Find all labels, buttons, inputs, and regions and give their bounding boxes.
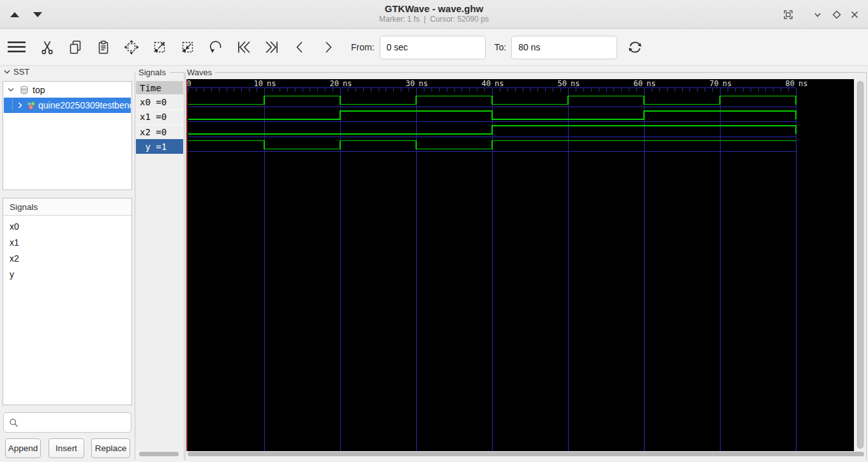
- signals-frame-border: [184, 72, 184, 460]
- close-button[interactable]: [849, 9, 860, 20]
- signal-row-x0[interactable]: x0 =0: [136, 94, 183, 109]
- from-label: From:: [351, 42, 375, 52]
- signals-list-header: Signals: [3, 198, 131, 216]
- trace-x1: [188, 111, 796, 119]
- time-header[interactable]: Time: [136, 81, 183, 94]
- wave-canvas[interactable]: 010ns20ns30ns40ns50ns60ns70ns80ns: [186, 79, 854, 451]
- copy-button[interactable]: [66, 38, 84, 57]
- signals-h-scrollbar[interactable]: [139, 452, 179, 456]
- signal-row-x2[interactable]: x2 =0: [136, 124, 183, 139]
- signals-frame-line: [170, 72, 184, 73]
- copy-icon: [68, 40, 83, 55]
- skip-to-end-button[interactable]: [263, 38, 281, 57]
- to-input[interactable]: [511, 36, 617, 59]
- minimize-button[interactable]: [812, 9, 823, 20]
- gtkwave-window: GTKWave - wave.ghw Marker: 1 fs | Cursor…: [0, 0, 868, 462]
- zoom-fit-button[interactable]: [123, 38, 140, 57]
- reload-button[interactable]: [626, 38, 644, 57]
- insert-button[interactable]: Insert: [49, 438, 84, 458]
- skip-to-start-icon: [236, 40, 251, 55]
- cut-icon: [40, 40, 55, 55]
- chevron-down-icon: [4, 70, 10, 74]
- waves-frame-label: Waves: [187, 68, 212, 77]
- signals-list: x0x1x2y: [3, 216, 131, 282]
- svg-text:50: 50: [558, 79, 567, 88]
- reload-icon: [626, 38, 644, 56]
- svg-text:ns: ns: [571, 79, 580, 88]
- sst-search-box: [3, 412, 131, 433]
- toolbar-icons: [6, 38, 347, 57]
- sst-label: SST: [13, 67, 29, 77]
- timeline: 010ns20ns30ns40ns50ns60ns70ns80ns: [186, 79, 807, 92]
- from-input[interactable]: [380, 36, 486, 59]
- close-icon: [849, 10, 860, 20]
- trace-y: [188, 140, 796, 149]
- window-subtitle: Marker: 1 fs | Cursor: 52090 ps: [0, 15, 868, 24]
- svg-text:ns: ns: [343, 79, 352, 88]
- skip-to-start-button[interactable]: [235, 38, 253, 57]
- signal-list-item[interactable]: y: [3, 266, 131, 282]
- waves-frame-border: [866, 72, 867, 460]
- sst-signals-listbox: Signals x0x1x2y: [3, 198, 132, 405]
- cylinder-icon: [20, 86, 29, 94]
- scale-window-icon: [783, 10, 793, 20]
- waves-frame-line: [215, 72, 865, 73]
- signal-row-y[interactable]: y =1: [136, 139, 183, 154]
- expander-arrow[interactable]: [18, 102, 22, 108]
- svg-text:80: 80: [786, 79, 795, 88]
- paste-button[interactable]: [94, 38, 112, 57]
- toolbar: From: To:: [0, 29, 868, 66]
- step-right-button[interactable]: [319, 38, 337, 57]
- waves-v-scrollbar-track: [856, 80, 865, 449]
- waves-v-scrollbar[interactable]: [857, 81, 864, 449]
- paste-icon: [96, 40, 111, 55]
- tree-item-testbench[interactable]: quine20250309testbench: [4, 98, 131, 113]
- cut-button[interactable]: [38, 38, 56, 57]
- tree-item-label: quine20250309testbench: [38, 100, 131, 110]
- append-button[interactable]: Append: [5, 438, 41, 458]
- svg-text:40: 40: [482, 79, 491, 88]
- search-icon: [9, 418, 19, 428]
- signal-list-item[interactable]: x1: [3, 234, 131, 250]
- menu-button[interactable]: [6, 38, 27, 57]
- signal-list-item[interactable]: x2: [3, 250, 131, 266]
- signal-list-item[interactable]: x0: [3, 218, 131, 234]
- zoom-undo-icon: [208, 40, 223, 55]
- sst-tree: top quine20250309testbench: [3, 81, 132, 190]
- svg-text:ns: ns: [647, 79, 655, 88]
- waves-h-scrollbar[interactable]: [188, 452, 864, 456]
- zoom-undo-button[interactable]: [207, 38, 225, 57]
- svg-text:30: 30: [406, 79, 415, 88]
- step-left-button[interactable]: [291, 38, 309, 57]
- main-area: SST top: [0, 66, 868, 462]
- svg-text:70: 70: [710, 79, 719, 88]
- sst-expander[interactable]: SST: [4, 67, 29, 77]
- step-right-icon: [320, 40, 336, 55]
- zoom-out-icon: [180, 40, 195, 55]
- zoom-out-button[interactable]: [179, 38, 197, 57]
- replace-button[interactable]: Replace: [91, 438, 130, 458]
- menu-icon: [7, 39, 26, 56]
- skip-to-end-icon: [264, 40, 280, 55]
- search-input[interactable]: [19, 412, 139, 433]
- maximize-button[interactable]: [831, 9, 842, 20]
- expander-arrow[interactable]: [8, 87, 14, 92]
- svg-text:ns: ns: [267, 79, 276, 88]
- chevron-down-icon: [8, 87, 14, 92]
- zoom-in-icon: [152, 40, 167, 55]
- grid-lines: [265, 88, 797, 451]
- signal-row-x1[interactable]: x1 =0: [136, 109, 183, 124]
- chevron-down-icon: [812, 10, 823, 20]
- to-label: To:: [495, 42, 507, 52]
- window-title: GTKWave - wave.ghw: [0, 3, 868, 15]
- svg-text:60: 60: [634, 79, 643, 88]
- scale-window-button[interactable]: [782, 9, 794, 20]
- waves-frame-border: [185, 72, 186, 460]
- zoom-in-button[interactable]: [151, 38, 168, 57]
- tree-item-top[interactable]: top: [4, 82, 131, 97]
- signals-frame-border: [135, 72, 135, 460]
- tree-guide-line: [12, 100, 13, 111]
- zoom-fit-icon: [124, 40, 139, 55]
- trace-x0: [188, 96, 796, 105]
- chevron-right-icon: [18, 102, 22, 108]
